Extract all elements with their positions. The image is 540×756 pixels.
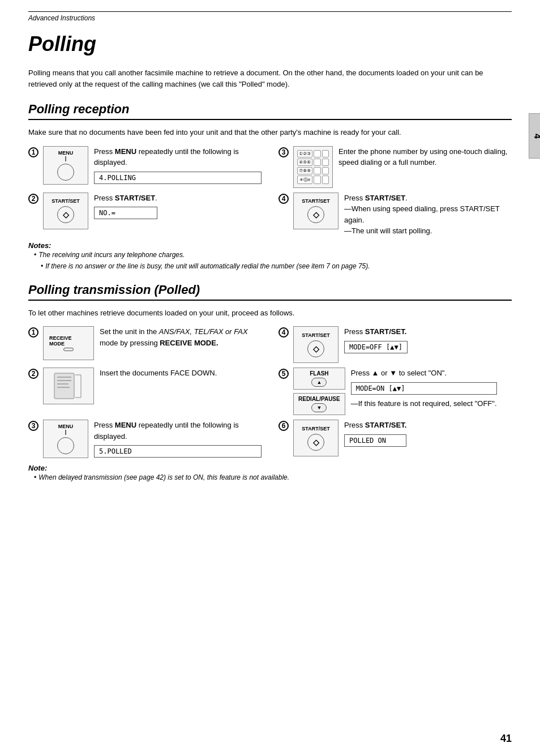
menu-label-p3: MENU xyxy=(58,424,74,429)
startset-label-1: START/SET xyxy=(52,198,79,204)
page-number: 41 xyxy=(500,733,512,745)
step1-display: 4.POLLING xyxy=(94,172,262,184)
step-4-reception: 4 START/SET ◇ Press START/SET. —When usi… xyxy=(278,193,512,237)
step-p5-extra: —If this feature is not required, select… xyxy=(351,398,497,409)
startset-label-p4: START/SET xyxy=(302,332,329,338)
section2-note-text: When delayed transmission (see page 42) … xyxy=(28,472,512,482)
step-2-reception: 2 START/SET ◇ Press START/SET. NO.= xyxy=(28,193,262,237)
flash-redial-device: FLASH ▲ REDIAL/PAUSE ▼ xyxy=(293,368,345,415)
menu-button[interactable] xyxy=(57,164,74,181)
section2-title: Polling transmission (Polled) xyxy=(28,283,512,301)
step-3-polled: 3 MENU | Press MENU repeatedly until the… xyxy=(28,420,262,458)
step2-display: NO.= xyxy=(94,207,157,219)
section2-note-title: Note: xyxy=(28,464,512,472)
step-num-p5: 5 xyxy=(278,369,289,379)
receive-mode-device: RECEIVE MODE xyxy=(43,326,94,360)
step-1-reception: 1 MENU | Press MENU repeatedly until the… xyxy=(28,146,262,188)
header-line: Advanced Instructions xyxy=(28,11,512,22)
redial-label: REDIAL/PAUSE xyxy=(298,396,340,402)
step3-desc: Enter the phone number by using one-touc… xyxy=(338,146,512,168)
svg-rect-3 xyxy=(57,383,68,385)
section1-notes: Notes: The receiving unit incurs any tel… xyxy=(28,241,512,271)
startset-label-p6: START/SET xyxy=(302,426,329,432)
step-num-p6: 6 xyxy=(278,421,289,431)
menu-divider-p3: | xyxy=(65,429,67,435)
section2-intro: To let other machines retrieve documents… xyxy=(28,307,512,319)
document-icon xyxy=(52,372,85,400)
step-1-polled: 1 RECEIVE MODE Set the unit in the ANS/F… xyxy=(28,326,262,363)
startset-device-p4: START/SET ◇ xyxy=(293,326,338,363)
svg-rect-2 xyxy=(57,380,71,381)
receive-mode-label: RECEIVE MODE xyxy=(49,335,88,347)
step-p6-display: POLLED ON xyxy=(344,434,406,447)
receive-mode-button[interactable] xyxy=(63,348,74,351)
flash-label: FLASH xyxy=(310,370,328,377)
startset-button-1[interactable]: ◇ xyxy=(57,206,74,223)
step-p1-desc: Set the unit in the ANS/FAX, TEL/FAX or … xyxy=(100,326,262,348)
step2-desc: Press START/SET. xyxy=(94,193,157,204)
redial-button[interactable]: ▼ xyxy=(311,403,327,412)
step-num-1: 1 xyxy=(28,147,38,157)
document-device xyxy=(43,368,94,404)
step-p5-display: MODE=ON [▲▼] xyxy=(351,382,497,395)
note-1: The receiving unit incurs any telephone … xyxy=(28,250,512,260)
tab-marker: 4 xyxy=(529,113,540,159)
keypad-device: ①②③ ④⑤⑥ ⑦⑧⑨ ✳⓪# xyxy=(293,146,333,188)
svg-rect-4 xyxy=(57,387,70,388)
page-title: Polling xyxy=(28,32,512,56)
step-p5-desc: Press ▲ or ▼ to select "ON". xyxy=(351,368,497,379)
step1-desc: Press MENU repeatedly until the followin… xyxy=(94,146,262,168)
startset-button-p4[interactable]: ◇ xyxy=(307,340,324,357)
notes-title: Notes: xyxy=(28,241,512,250)
step-6-polled: 6 START/SET ◇ Press START/SET. POLLED ON xyxy=(278,420,512,458)
section-polling-transmission: Polling transmission (Polled) To let oth… xyxy=(28,283,512,483)
flash-device: FLASH ▲ xyxy=(293,368,345,390)
step-p4-desc: Press START/SET. xyxy=(344,326,408,338)
step-num-p3: 3 xyxy=(28,421,38,431)
intro-text: Polling means that you call another facs… xyxy=(28,67,512,89)
step-num-3: 3 xyxy=(278,147,289,157)
step-num-p4: 4 xyxy=(278,327,289,338)
step-p3-desc: Press MENU repeatedly until the followin… xyxy=(94,420,262,442)
step4-desc: Press START/SET. —When using speed diali… xyxy=(344,193,512,237)
startset-device-1: START/SET ◇ xyxy=(43,193,88,229)
step-p2-desc: Insert the documents FACE DOWN. xyxy=(100,368,217,379)
step-5-polled: 5 FLASH ▲ REDIAL/PAUSE ▼ Press ▲ or ▼ to… xyxy=(278,368,512,415)
menu-divider: | xyxy=(65,156,67,161)
step-2-polled: 2 Insert the documents FACE DOWN. xyxy=(28,368,262,415)
step-num-2: 2 xyxy=(28,194,38,204)
startset-button-p6[interactable]: ◇ xyxy=(307,434,324,451)
note-2: If there is no answer or the line is bus… xyxy=(28,261,512,271)
section1-steps: 1 MENU | Press MENU repeatedly until the… xyxy=(28,146,512,237)
section2-note: Note: When delayed transmission (see pag… xyxy=(28,464,512,482)
startset-label-2: START/SET xyxy=(302,198,329,204)
menu-device-p3: MENU | xyxy=(43,420,88,458)
menu-device-1: MENU | xyxy=(43,146,88,185)
step-num-p1: 1 xyxy=(28,327,38,338)
step-num-4: 4 xyxy=(278,194,289,204)
step-3-reception: 3 ①②③ ④⑤⑥ ⑦⑧⑨ ✳⓪# Enter the phone numbe xyxy=(278,146,512,188)
startset-device-p6: START/SET ◇ xyxy=(293,420,338,456)
redial-device: REDIAL/PAUSE ▼ xyxy=(293,393,345,415)
section1-title: Polling reception xyxy=(28,102,512,120)
step-p3-display: 5.POLLED xyxy=(94,445,262,458)
startset-button-2[interactable]: ◇ xyxy=(307,206,324,223)
startset-device-2: START/SET ◇ xyxy=(293,193,338,229)
header-label: Advanced Instructions xyxy=(28,14,95,22)
section1-intro: Make sure that no documents have been fe… xyxy=(28,127,512,138)
menu-label: MENU xyxy=(58,150,74,156)
section2-steps: 1 RECEIVE MODE Set the unit in the ANS/F… xyxy=(28,326,512,458)
flash-button[interactable]: ▲ xyxy=(311,378,327,387)
svg-rect-1 xyxy=(57,377,71,378)
step-4-polled: 4 START/SET ◇ Press START/SET. MODE=OFF … xyxy=(278,326,512,363)
step-num-p2: 2 xyxy=(28,369,38,379)
step-p6-desc: Press START/SET. xyxy=(344,420,406,431)
menu-button-p3[interactable] xyxy=(57,437,74,454)
step-p4-display: MODE=OFF [▲▼] xyxy=(344,341,408,353)
section-polling-reception: Polling reception Make sure that no docu… xyxy=(28,102,512,271)
